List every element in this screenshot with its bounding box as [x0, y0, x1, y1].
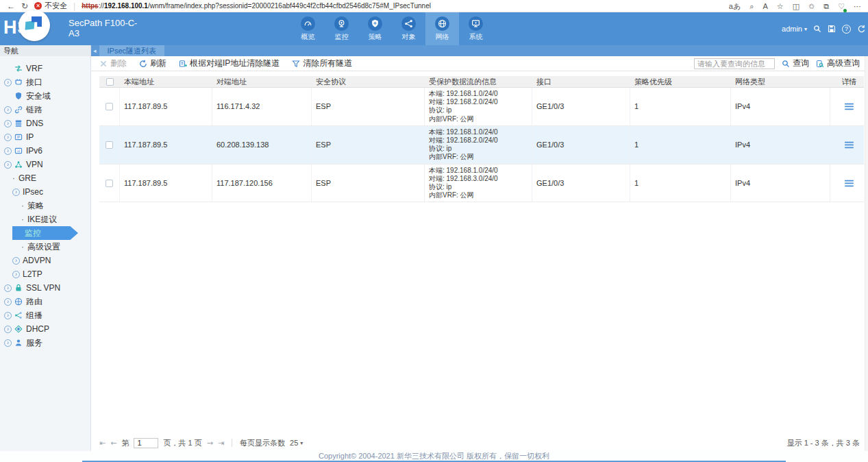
browser-back-icon[interactable]: ←: [7, 1, 15, 12]
row-checkbox[interactable]: [106, 180, 113, 187]
expander-icon[interactable]: ›: [12, 189, 20, 196]
clear-all-button[interactable]: 清除所有隧道: [292, 58, 352, 69]
search-input[interactable]: [694, 58, 775, 69]
sidebar-item-multicast[interactable]: ›组播: [0, 308, 90, 322]
expander-icon[interactable]: ›: [4, 298, 12, 306]
column-header-peer-address: 对端地址: [212, 76, 312, 87]
sidebar-item-advpn[interactable]: ›ADVPN: [0, 254, 90, 267]
page-input[interactable]: [134, 438, 158, 448]
expander-icon[interactable]: ›: [4, 79, 12, 86]
cell-peer-address: 116.171.4.32: [212, 88, 312, 125]
logout-icon[interactable]: [857, 25, 865, 33]
collections-icon[interactable]: ✩: [808, 1, 815, 11]
address-bar[interactable]: https://192.168.100.1/wnm/frame/index.ph…: [82, 2, 723, 10]
sidebar-item-link[interactable]: ›链路: [0, 103, 90, 117]
nav-item-policy[interactable]: 策略: [358, 12, 392, 45]
expander-icon[interactable]: ›: [12, 271, 20, 278]
flow-line: 对端: 192.168.2.0/24/0: [429, 136, 529, 145]
sidebar-item-vrf[interactable]: VRF: [0, 62, 90, 75]
url-host: 192.168.100.1: [104, 2, 148, 10]
search-icon[interactable]: [813, 25, 821, 33]
clear-by-peer-button[interactable]: 根据对端IP地址清除隧道: [179, 58, 280, 69]
nav-item-overview[interactable]: 概览: [291, 12, 325, 45]
browser-reload-icon[interactable]: ↻: [21, 1, 28, 12]
delete-button[interactable]: 删除: [99, 58, 127, 69]
expander-icon[interactable]: ›: [4, 147, 12, 155]
cell-security-protocol: ESP: [312, 88, 425, 125]
sidebar-item-vpn[interactable]: ›VPN: [0, 158, 90, 171]
scrollbar-track[interactable]: [865, 56, 868, 451]
cell-local-address: 117.187.89.5: [120, 165, 212, 202]
app-header: H3C SecPath F100-C- A3 概览监控策略对象网络系统 admi…: [0, 12, 868, 45]
user-menu[interactable]: admin ▾: [782, 25, 807, 33]
nav-item-network[interactable]: 网络: [425, 12, 459, 45]
expander-icon[interactable]: ›: [4, 106, 12, 114]
browser-essentials-icon[interactable]: ♡: [838, 1, 845, 11]
site-security-chip[interactable]: ✕ 不安全: [34, 1, 67, 11]
first-page-icon[interactable]: ⇤: [99, 439, 106, 448]
sidebar-item-ssl-vpn[interactable]: ›SSL VPN: [0, 281, 90, 295]
sidebar-item-route[interactable]: ›路由: [0, 295, 90, 308]
zoom-icon[interactable]: ⌕: [749, 1, 754, 11]
nav-item-system[interactable]: 系统: [459, 12, 493, 45]
details-icon[interactable]: [845, 141, 854, 149]
sidebar-item-ip[interactable]: ›IPIP: [0, 130, 90, 144]
expander-icon[interactable]: ›: [4, 284, 12, 292]
expander-icon[interactable]: ›: [4, 134, 12, 141]
sidebar-item-dhcp[interactable]: ›DHCP: [0, 322, 90, 336]
sidebar-item-label: DNS: [26, 119, 43, 128]
nav-item-monitor[interactable]: 监控: [325, 12, 358, 45]
expander-icon[interactable]: ›: [4, 312, 12, 319]
sidebar-item-advanced-settings[interactable]: ·高级设置: [0, 240, 90, 254]
query-button[interactable]: 查询: [782, 58, 809, 69]
save-icon[interactable]: [828, 25, 836, 33]
split-screen-icon[interactable]: ◫: [793, 1, 799, 11]
row-checkbox[interactable]: [106, 141, 113, 149]
favorites-icon[interactable]: ☆: [777, 1, 784, 11]
expander-icon[interactable]: ›: [4, 326, 12, 333]
details-icon[interactable]: [845, 180, 854, 187]
sidebar-item-gre[interactable]: ·GRE: [0, 171, 90, 185]
last-page-icon[interactable]: ⇥: [218, 439, 224, 448]
sidebar-item-dns[interactable]: ›DNS: [0, 117, 90, 130]
settings-menu-icon[interactable]: ⋯: [854, 1, 861, 11]
select-all-checkbox[interactable]: [106, 78, 114, 86]
nav-item-object[interactable]: 对象: [392, 12, 425, 45]
expander-icon[interactable]: ›: [12, 257, 20, 265]
details-icon[interactable]: [845, 103, 854, 110]
expander-icon[interactable]: ›: [4, 161, 12, 169]
sidebar-item-ipsec-monitor[interactable]: 监控: [0, 226, 90, 240]
tab-groups-icon[interactable]: ⧉: [823, 1, 829, 11]
sidebar-item-security-zone[interactable]: 安全域: [0, 89, 90, 103]
help-icon[interactable]: ?: [842, 25, 851, 34]
refresh-button[interactable]: 刷新: [139, 58, 166, 69]
vpn-icon: [14, 160, 23, 169]
sidebar-item-interface[interactable]: ›接口: [0, 75, 90, 89]
sidebar-item-ike-proposal[interactable]: ·IKE提议: [0, 212, 90, 226]
tab-ipsec-tunnel-list[interactable]: IPsec隧道列表: [99, 45, 165, 56]
tab-row: 导航 ◂ IPsec隧道列表: [0, 45, 868, 56]
per-page-value: 25: [290, 439, 298, 447]
collapse-sidebar-icon[interactable]: ◂: [93, 47, 97, 54]
sidebar-item-ipsec-policy[interactable]: ·策略: [0, 199, 90, 212]
monitor-icon: [469, 16, 483, 31]
cell-interface: GE1/0/3: [532, 126, 630, 164]
cell-interface: GE1/0/3: [532, 165, 630, 202]
advanced-query-button[interactable]: 高级查询: [816, 58, 860, 69]
expander-icon[interactable]: ›: [4, 120, 12, 127]
record-range-summary: 显示 1 - 3 条，共 3 条: [787, 438, 860, 448]
translate-icon[interactable]: aあ: [729, 1, 741, 11]
per-page-select[interactable]: 25 ▾: [290, 439, 303, 447]
sidebar-item-label: 策略: [27, 200, 44, 212]
sidebar-item-ipv6[interactable]: ›v6IPv6: [0, 144, 90, 158]
sidebar-item-service[interactable]: ›服务: [0, 336, 90, 350]
prev-page-icon[interactable]: ←: [110, 439, 116, 448]
table-body: 117.187.89.5116.171.4.32ESP本端: 192.168.1…: [99, 88, 864, 202]
row-checkbox[interactable]: [106, 103, 113, 110]
next-page-icon[interactable]: →: [207, 439, 213, 448]
read-aloud-icon[interactable]: A: [762, 1, 767, 11]
sidebar-item-l2tp[interactable]: ›L2TP: [0, 267, 90, 281]
expander-icon[interactable]: ›: [4, 339, 12, 347]
cell-network-type: IPv4: [731, 165, 830, 202]
sidebar-item-ipsec[interactable]: ›IPsec: [0, 185, 90, 199]
